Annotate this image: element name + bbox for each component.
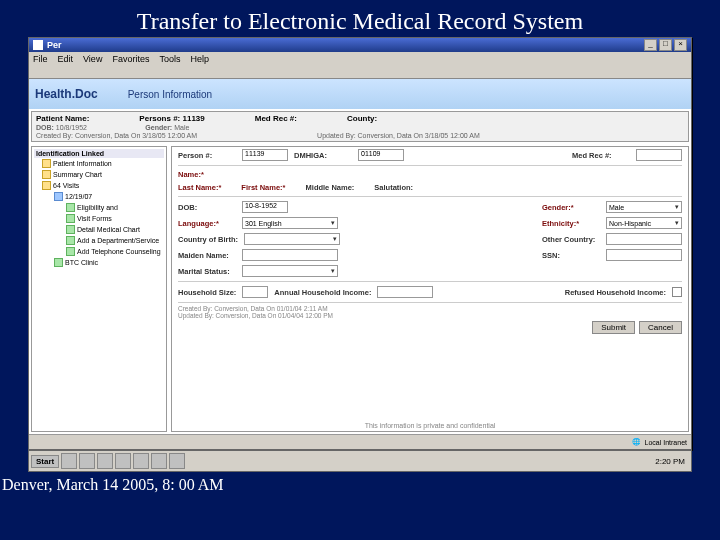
submit-button[interactable]: Submit bbox=[592, 321, 635, 334]
folder-icon bbox=[42, 181, 51, 190]
form-panel: Person #:11139 DMHIGA:01109 Med Rec #: N… bbox=[171, 146, 689, 432]
tree-summary-chart[interactable]: Summary Chart bbox=[53, 171, 102, 178]
form-name-label: Name:* bbox=[178, 170, 236, 179]
toolbar bbox=[29, 66, 691, 79]
taskbar-app-1[interactable] bbox=[61, 453, 77, 469]
page-icon bbox=[66, 203, 75, 212]
taskbar-app-4[interactable] bbox=[115, 453, 131, 469]
last-name-label: Last Name:* bbox=[178, 183, 221, 192]
globe-icon: 🌐 bbox=[632, 438, 641, 446]
taskbar-app-5[interactable] bbox=[133, 453, 149, 469]
dob-form-label: DOB: bbox=[178, 203, 236, 212]
form-dmhiga-input[interactable]: 01109 bbox=[358, 149, 404, 161]
tree-visit-forms[interactable]: Visit Forms bbox=[77, 215, 112, 222]
menu-tools[interactable]: Tools bbox=[159, 54, 180, 64]
page-icon bbox=[66, 247, 75, 256]
form-person-label: Person #: bbox=[178, 151, 236, 160]
header-strip: Health.Doc Person Information bbox=[29, 79, 691, 109]
app-window: Per _ □ × File Edit View Favorites Tools… bbox=[28, 37, 692, 450]
maiden-input[interactable] bbox=[242, 249, 338, 261]
taskbar-app-3[interactable] bbox=[97, 453, 113, 469]
minimize-button[interactable]: _ bbox=[644, 39, 657, 51]
county-label: County: bbox=[347, 114, 377, 123]
status-bar: 🌐Local Intranet bbox=[29, 434, 691, 449]
page-icon bbox=[54, 258, 63, 267]
patient-name-label: Patient Name: bbox=[36, 114, 89, 123]
ethnicity-select[interactable]: Non-Hispanic bbox=[606, 217, 682, 229]
tree-add-counseling[interactable]: Add Telephone Counseling bbox=[77, 248, 161, 255]
menu-view[interactable]: View bbox=[83, 54, 102, 64]
household-size-label: Household Size: bbox=[178, 288, 236, 297]
tree-visits[interactable]: 64 Visits bbox=[53, 182, 79, 189]
maiden-label: Maiden Name: bbox=[178, 251, 236, 260]
nav-tree[interactable]: Identification Linked Patient Informatio… bbox=[31, 146, 167, 432]
menu-file[interactable]: File bbox=[33, 54, 48, 64]
other-country-input[interactable] bbox=[606, 233, 682, 245]
form-person-value: 11139 bbox=[242, 149, 288, 161]
zone-label: Local Intranet bbox=[645, 439, 687, 446]
taskbar-clock: 2:20 PM bbox=[651, 457, 689, 466]
section-title: Person Information bbox=[128, 89, 213, 100]
page-icon bbox=[66, 214, 75, 223]
middle-name-label: Middle Name: bbox=[306, 183, 355, 192]
brand-logo: Health.Doc bbox=[35, 87, 98, 101]
medrec-label: Med Rec #: bbox=[255, 114, 297, 123]
persons-num-label: Persons #: 11139 bbox=[139, 114, 204, 123]
start-button[interactable]: Start bbox=[31, 455, 59, 468]
gender-label: Gender: Male bbox=[145, 124, 189, 131]
app-icon bbox=[33, 40, 43, 50]
privacy-notice: This information is private and confiden… bbox=[172, 422, 688, 429]
tree-eligibility[interactable]: Eligibility and bbox=[77, 204, 118, 211]
first-name-label: First Name:* bbox=[241, 183, 285, 192]
marital-label: Marital Status: bbox=[178, 267, 236, 276]
income-label: Annual Household Income: bbox=[274, 288, 371, 297]
folder-icon bbox=[42, 170, 51, 179]
income-input[interactable] bbox=[377, 286, 433, 298]
menu-edit[interactable]: Edit bbox=[58, 54, 74, 64]
maximize-button[interactable]: □ bbox=[659, 39, 672, 51]
tree-add-dept[interactable]: Add a Department/Service bbox=[77, 237, 159, 244]
slide-title: Transfer to Electronic Medical Record Sy… bbox=[0, 8, 720, 35]
tree-detail-chart[interactable]: Detail Medical Chart bbox=[77, 226, 140, 233]
language-select[interactable]: 301 English bbox=[242, 217, 338, 229]
close-button[interactable]: × bbox=[674, 39, 687, 51]
window-title: Per bbox=[47, 40, 62, 50]
taskbar-app-7[interactable] bbox=[169, 453, 185, 469]
taskbar: Start 2:20 PM bbox=[28, 450, 692, 472]
page-icon bbox=[66, 236, 75, 245]
cob-select[interactable] bbox=[244, 233, 340, 245]
ssn-input[interactable] bbox=[606, 249, 682, 261]
dob-input[interactable]: 10-8-1952 bbox=[242, 201, 288, 213]
dob-label: DOB: 10/8/1952 bbox=[36, 124, 87, 131]
household-size-input[interactable] bbox=[242, 286, 268, 298]
slide-footer: Denver, March 14 2005, 8: 00 AM bbox=[2, 476, 720, 494]
created-by: Created By: Conversion, Data On 3/18/05 … bbox=[36, 132, 197, 139]
ssn-label: SSN: bbox=[542, 251, 600, 260]
menubar: File Edit View Favorites Tools Help bbox=[29, 52, 691, 66]
tree-header: Identification Linked bbox=[34, 149, 164, 158]
form-medrec-input[interactable] bbox=[636, 149, 682, 161]
cob-label: Country of Birth: bbox=[178, 235, 238, 244]
taskbar-app-2[interactable] bbox=[79, 453, 95, 469]
salutation-label: Salutation: bbox=[374, 183, 413, 192]
gender-select[interactable]: Male bbox=[606, 201, 682, 213]
refused-income-label: Refused Household Income: bbox=[565, 288, 666, 297]
gender-form-label: Gender:* bbox=[542, 203, 600, 212]
form-audit1: Created By: Conversion, Data On 01/01/04… bbox=[172, 305, 688, 312]
form-dmhiga-label: DMHIGA: bbox=[294, 151, 352, 160]
tree-btc-clinic[interactable]: BTC Clinic bbox=[65, 259, 98, 266]
titlebar[interactable]: Per _ □ × bbox=[29, 38, 691, 52]
page-icon bbox=[54, 192, 63, 201]
tree-visit-date[interactable]: 12/19/07 bbox=[65, 193, 92, 200]
folder-icon bbox=[42, 159, 51, 168]
taskbar-app-6[interactable] bbox=[151, 453, 167, 469]
cancel-button[interactable]: Cancel bbox=[639, 321, 682, 334]
tree-patient-info[interactable]: Patient Information bbox=[53, 160, 112, 167]
menu-favorites[interactable]: Favorites bbox=[112, 54, 149, 64]
marital-select[interactable] bbox=[242, 265, 338, 277]
updated-by: Updated By: Conversion, Data On 3/18/05 … bbox=[317, 132, 480, 139]
refused-income-checkbox[interactable] bbox=[672, 287, 682, 297]
menu-help[interactable]: Help bbox=[190, 54, 209, 64]
patient-info-bar: Patient Name: Persons #: 11139 Med Rec #… bbox=[31, 111, 689, 142]
other-country-label: Other Country: bbox=[542, 235, 600, 244]
